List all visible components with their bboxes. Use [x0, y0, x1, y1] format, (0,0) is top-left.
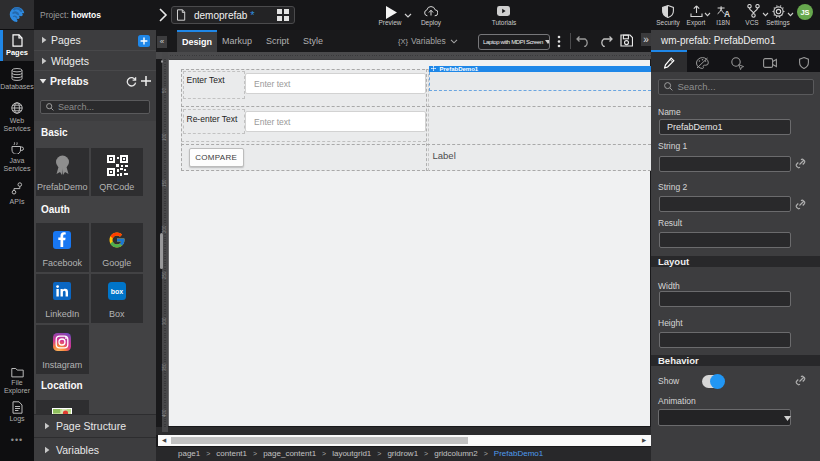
svg-text:box: box: [110, 288, 123, 295]
svg-text:A: A: [724, 9, 730, 18]
